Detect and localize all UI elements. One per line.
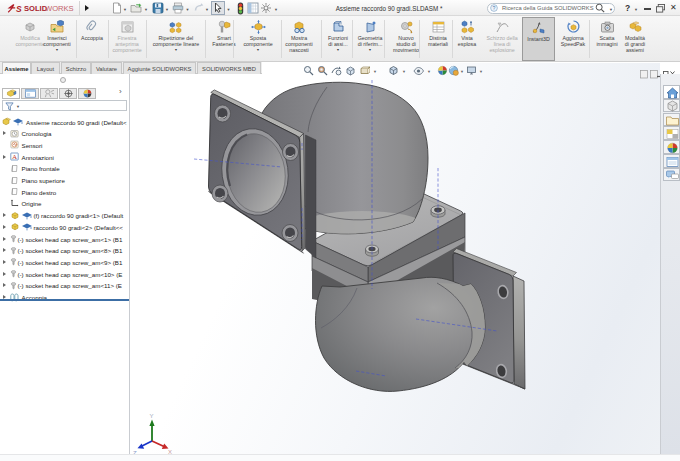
svg-text:Y: Y <box>150 413 154 419</box>
svg-text:A: A <box>12 153 17 161</box>
